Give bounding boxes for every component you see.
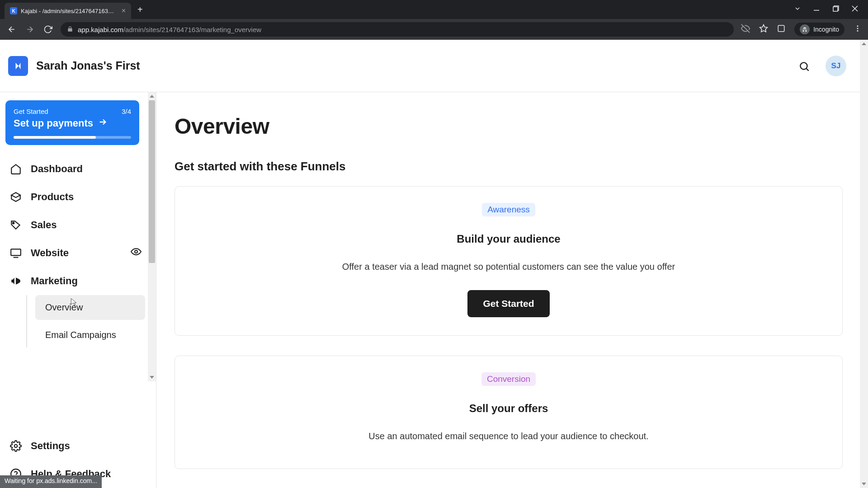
sidebar-item-label: Sales <box>31 219 57 231</box>
incognito-chip[interactable]: Incognito <box>794 23 844 36</box>
subnav-item-email-campaigns[interactable]: Email Campaigns <box>35 323 145 347</box>
svg-rect-2 <box>833 7 838 11</box>
url-bar[interactable]: app.kajabi.com/admin/sites/2147647163/ma… <box>61 22 734 37</box>
kajabi-logo[interactable] <box>8 56 28 76</box>
main-content: Overview Get started with these Funnels … <box>156 92 868 488</box>
get-started-progress-text: 3/4 <box>122 108 131 115</box>
funnel-card-description: Offer a teaser via a lead magnet so pote… <box>193 262 824 272</box>
tabs-dropdown-icon[interactable] <box>794 5 801 14</box>
megaphone-icon <box>10 275 22 287</box>
browser-tab[interactable]: K Kajabi - /admin/sites/2147647163… × <box>5 3 131 19</box>
url-text: app.kajabi.com/admin/sites/2147647163/ma… <box>78 26 261 33</box>
funnel-card-conversion: Conversion Sell your offers Use an autom… <box>175 356 843 469</box>
eye-icon[interactable] <box>131 246 142 260</box>
monitor-icon <box>10 247 22 259</box>
subnav-item-overview[interactable]: Overview <box>35 295 145 320</box>
funnel-card-awareness: Awareness Build your audience Offer a te… <box>175 186 843 336</box>
page-scrollbar[interactable] <box>860 40 868 488</box>
sidebar-item-sales[interactable]: Sales <box>5 211 150 239</box>
svg-rect-0 <box>814 10 819 11</box>
sidebar-item-marketing[interactable]: Marketing <box>5 267 150 295</box>
home-icon <box>10 163 22 175</box>
sidebar-item-dashboard[interactable]: Dashboard <box>5 155 150 183</box>
svg-line-10 <box>807 68 809 70</box>
svg-point-6 <box>857 25 859 27</box>
sidebar-item-label: Products <box>31 191 74 203</box>
svg-point-14 <box>135 250 137 253</box>
arrow-right-icon <box>98 117 108 130</box>
extensions-icon[interactable] <box>777 24 785 34</box>
page-title: Overview <box>175 114 843 139</box>
marketing-subnav: Overview Email Campaigns <box>26 295 150 347</box>
get-started-action-label: Set up payments <box>14 117 93 129</box>
get-started-card[interactable]: Get Started 3/4 Set up payments <box>5 100 139 145</box>
browser-forward-button[interactable] <box>24 24 35 35</box>
tracking-blocked-icon[interactable] <box>741 24 750 35</box>
get-started-button[interactable]: Get Started <box>467 290 549 317</box>
site-name: Sarah Jonas's First <box>36 59 140 72</box>
avatar-initials: SJ <box>831 61 841 70</box>
browser-status-bar: Waiting for px.ads.linkedin.com... <box>0 475 102 488</box>
window-maximize-icon[interactable] <box>833 5 839 14</box>
new-tab-button[interactable]: + <box>137 5 143 15</box>
badge-awareness: Awareness <box>482 203 535 216</box>
svg-marker-4 <box>760 25 768 32</box>
svg-rect-12 <box>11 249 21 255</box>
subnav-label: Email Campaigns <box>45 330 116 340</box>
window-close-icon[interactable] <box>852 5 858 14</box>
sidebar-item-label: Dashboard <box>31 163 83 175</box>
gear-icon <box>10 440 22 452</box>
status-text: Waiting for px.ads.linkedin.com... <box>5 477 97 484</box>
box-icon <box>10 191 22 203</box>
browser-reload-button[interactable] <box>42 24 53 35</box>
app-header: Sarah Jonas's First SJ <box>0 40 868 92</box>
section-title: Get started with these Funnels <box>175 160 843 174</box>
svg-point-15 <box>14 445 18 448</box>
tab-title: Kajabi - /admin/sites/2147647163… <box>21 8 118 14</box>
svg-point-11 <box>13 222 14 224</box>
funnel-card-title: Sell your offers <box>193 402 824 415</box>
sidebar-item-products[interactable]: Products <box>5 183 150 211</box>
search-button[interactable] <box>798 61 809 71</box>
funnel-card-title: Build your audience <box>193 233 824 245</box>
tab-close-icon[interactable]: × <box>122 7 126 15</box>
svg-point-7 <box>857 28 859 29</box>
window-minimize-icon[interactable] <box>814 5 820 14</box>
incognito-label: Incognito <box>813 26 839 33</box>
svg-point-9 <box>800 62 807 69</box>
get-started-label: Get Started <box>14 108 48 115</box>
sidebar-scroll-thumb[interactable] <box>149 100 155 263</box>
sidebar-item-label: Website <box>31 247 69 259</box>
incognito-icon <box>800 24 810 34</box>
tab-favicon: K <box>10 7 17 14</box>
funnel-card-description: Use an automated email sequence to lead … <box>193 431 824 441</box>
sidebar-item-settings[interactable]: Settings <box>5 432 150 460</box>
badge-conversion: Conversion <box>481 372 536 386</box>
tag-icon <box>10 219 22 231</box>
bookmark-icon[interactable] <box>759 24 768 35</box>
sidebar-item-label: Settings <box>31 440 70 452</box>
subnav-label: Overview <box>45 302 83 312</box>
svg-point-8 <box>857 30 859 32</box>
sidebar-item-website[interactable]: Website <box>5 239 150 267</box>
browser-menu-icon[interactable] <box>854 24 862 34</box>
sidebar: Get Started 3/4 Set up payments Dashb <box>0 92 156 488</box>
get-started-progress-bar <box>14 136 131 139</box>
sidebar-item-label: Marketing <box>31 275 78 287</box>
lock-icon <box>67 26 73 33</box>
user-avatar[interactable]: SJ <box>826 56 846 76</box>
svg-rect-5 <box>778 25 784 32</box>
browser-back-button[interactable] <box>6 24 17 35</box>
